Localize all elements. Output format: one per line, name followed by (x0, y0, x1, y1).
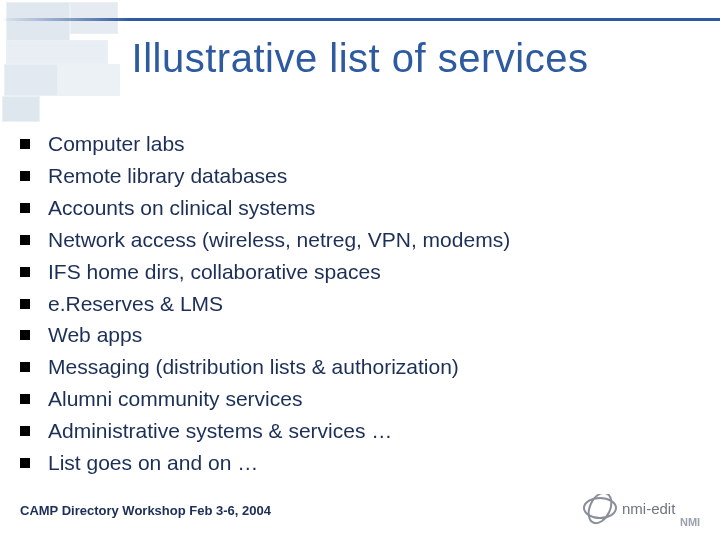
list-item: IFS home dirs, collaborative spaces (20, 256, 680, 288)
list-item: List goes on and on … (20, 447, 680, 479)
logo-text: nmi-edit (622, 500, 676, 517)
square-bullet-icon (20, 458, 30, 468)
list-item-text: Accounts on clinical systems (48, 192, 680, 224)
square-bullet-icon (20, 203, 30, 213)
list-item-text: Network access (wireless, netreg, VPN, m… (48, 224, 680, 256)
list-item: Computer labs (20, 128, 680, 160)
square-bullet-icon (20, 394, 30, 404)
list-item: Messaging (distribution lists & authoriz… (20, 351, 680, 383)
list-item-text: e.Reserves & LMS (48, 288, 680, 320)
list-item-text: Web apps (48, 319, 680, 351)
square-bullet-icon (20, 235, 30, 245)
square-bullet-icon (20, 139, 30, 149)
square-bullet-icon (20, 171, 30, 181)
square-bullet-icon (20, 330, 30, 340)
footer-text: CAMP Directory Workshop Feb 3-6, 2004 (20, 503, 271, 518)
list-item: Remote library databases (20, 160, 680, 192)
list-item: e.Reserves & LMS (20, 288, 680, 320)
square-bullet-icon (20, 426, 30, 436)
list-item: Web apps (20, 319, 680, 351)
list-item: Network access (wireless, netreg, VPN, m… (20, 224, 680, 256)
list-item: Accounts on clinical systems (20, 192, 680, 224)
square-bullet-icon (20, 362, 30, 372)
list-item-text: Administrative systems & services … (48, 415, 680, 447)
logo: nmi-edit NMI (582, 494, 702, 530)
list-item-text: IFS home dirs, collaborative spaces (48, 256, 680, 288)
list-item-text: Remote library databases (48, 160, 680, 192)
list-item: Administrative systems & services … (20, 415, 680, 447)
list-item-text: Alumni community services (48, 383, 680, 415)
list-item-text: Messaging (distribution lists & authoriz… (48, 351, 680, 383)
slide-title: Illustrative list of services (0, 36, 720, 81)
square-bullet-icon (20, 267, 30, 277)
list-item: Alumni community services (20, 383, 680, 415)
list-item-text: Computer labs (48, 128, 680, 160)
square-bullet-icon (20, 299, 30, 309)
list-item-text: List goes on and on … (48, 447, 680, 479)
logo-subtext: NMI (680, 516, 700, 528)
bullet-list: Computer labs Remote library databases A… (20, 128, 680, 479)
header-divider (0, 18, 720, 21)
